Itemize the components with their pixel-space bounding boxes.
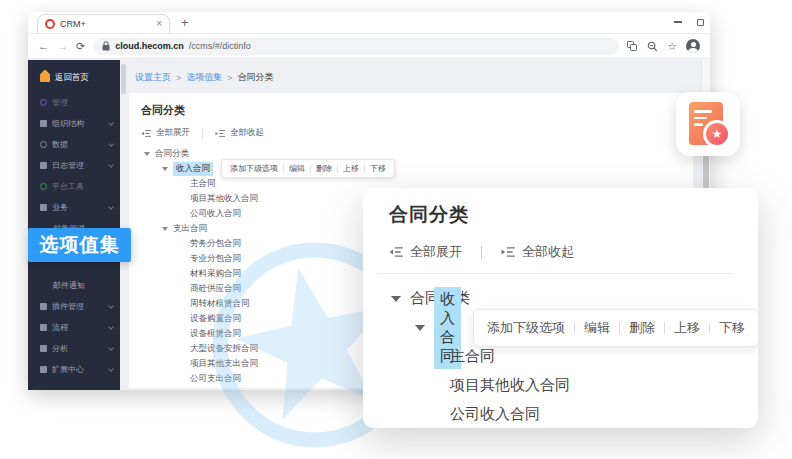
bookmark-star-icon[interactable]: ☆ [667,41,677,52]
tab-close-icon[interactable]: × [156,19,162,29]
url-field[interactable]: cloud.hecom.cn /ccms/#/dictinfo [93,38,619,55]
toolbar-divider [202,129,203,138]
action-edit[interactable]: 编辑 [584,319,610,337]
tab-bar: CRM+ × + [28,12,710,34]
sidebar-item-log-management[interactable]: 日志管理 [28,155,120,176]
sidebar-item-admin[interactable]: 管理 [28,92,120,113]
node-action-menu: 添加下级选项 编辑 删除 上移 下移 [473,309,758,347]
expand-all-icon [389,246,403,258]
tab-title: CRM+ [60,19,151,29]
extension-icon [40,366,47,373]
sidebar: 返回首页 管理 组织结构 数据 日志管理 [28,60,120,390]
sidebar-item-label: 平台工具 [52,181,84,192]
action-divider [337,165,338,173]
zoom-icon[interactable] [647,41,658,52]
panel-toolbar: 全部展开 全部收起 [389,243,758,261]
tree-node-label: 劳务分包合同 [190,238,241,250]
tree-node[interactable]: 公司收入合同 [389,400,758,428]
tree-toolbar: 全部展开 全部收起 [141,127,681,139]
caret-down-icon [144,152,150,156]
collapse-all-button[interactable]: 全部收起 [522,243,574,261]
sidebar-item-workflow[interactable]: 流程 [28,317,120,338]
tree-node-label: 设备租赁合同 [190,328,241,340]
tree-node-label: 支出合同 [173,223,207,235]
caret-down-icon [162,167,168,171]
sidebar-item-extension-center[interactable]: 扩展中心 [28,359,120,380]
zoom-callout-panel: 合同分类 全部展开 全部收起 合同分类 收入合同 添加下级选项 编辑 删除 上移 [363,188,758,428]
action-move-down[interactable]: 下移 [719,319,745,337]
sidebar-item-label: 日志管理 [52,160,84,171]
plugin-icon [40,303,47,310]
breadcrumb-dict-link[interactable]: 选项值集 [186,71,222,84]
sidebar-item-mail-notification[interactable]: 邮件通知 [28,275,120,296]
action-move-up[interactable]: 上移 [674,319,700,337]
reload-icon[interactable]: ⟳ [76,41,85,52]
action-delete[interactable]: 删除 [629,319,655,337]
action-add-child[interactable]: 添加下级选项 [230,163,278,174]
analysis-icon [40,345,47,352]
action-divider [664,322,665,334]
toolbar-divider [481,246,482,259]
address-bar: ← → ⟳ cloud.hecom.cn /ccms/#/dictinfo ☆ [28,34,710,59]
tree-node-label: 商砼供应合同 [190,283,241,295]
chevron-down-icon [108,303,114,309]
chevron-down-icon [108,141,114,147]
chevron-down-icon [108,345,114,351]
tree-node-selected[interactable]: 收入合同 添加下级选项 编辑 删除 上移 下移 [141,161,681,176]
sidebar-item-home[interactable]: 返回首页 [28,65,120,90]
action-move-up[interactable]: 上移 [343,163,359,174]
breadcrumb-home-link[interactable]: 设置主页 [135,71,171,84]
node-action-menu: 添加下级选项 编辑 删除 上移 下移 [221,159,395,178]
sidebar-item-org-structure[interactable]: 组织结构 [28,113,120,134]
back-icon[interactable]: ← [38,41,49,52]
sidebar-item-label: 邮件通知 [53,280,85,291]
action-delete[interactable]: 删除 [316,163,332,174]
org-structure-icon [40,120,47,127]
business-icon [40,204,47,211]
restore-icon[interactable] [697,19,704,26]
sidebar-item-label: 流程 [52,322,68,333]
action-move-down[interactable]: 下移 [370,163,386,174]
caret-down-icon [391,296,401,302]
tree-node-label: 专业分包合同 [190,253,241,265]
page-title: 合同分类 [141,103,681,118]
tree-node-label: 项目其他收入合同 [450,376,570,395]
breadcrumb-current: 合同分类 [238,71,274,84]
caret-down-icon [162,227,168,231]
tree-node-label: 合同分类 [155,148,189,160]
log-icon [40,162,47,169]
collapse-all-button[interactable]: 全部收起 [230,127,264,139]
chevron-down-icon [108,120,114,126]
sidebar-item-plugin-management[interactable]: 插件管理 [28,296,120,317]
tree-node-label: 公司收入合同 [450,405,540,424]
sidebar-item-data[interactable]: 数据 [28,134,120,155]
crm-favicon-icon [45,19,55,29]
tree-node-label: 材料采购合同 [190,268,241,280]
sidebar-item-business[interactable]: 业务 [28,197,120,218]
action-edit[interactable]: 编辑 [289,163,305,174]
minimize-icon[interactable] [674,21,682,23]
admin-icon [40,99,47,106]
action-add-child[interactable]: 添加下级选项 [487,319,565,337]
action-divider [619,322,620,334]
content-scrollbar-thumb[interactable] [121,64,126,94]
new-tab-button[interactable]: + [181,15,189,33]
translate-icon[interactable] [627,41,638,52]
action-divider [709,322,710,334]
expand-all-button[interactable]: 全部展开 [156,127,190,139]
sidebar-item-label: 数据 [52,139,68,150]
sidebar-item-analysis[interactable]: 分析 [28,338,120,359]
sidebar-item-platform-tools[interactable]: 平台工具 [28,176,120,197]
star-badge-icon: ★ [703,120,731,148]
home-icon [40,73,50,82]
tree-node-label: 主合同 [450,347,495,366]
tree-node[interactable]: 项目其他收入合同 [389,371,758,400]
browser-tab[interactable]: CRM+ × [37,14,170,33]
expand-all-button[interactable]: 全部展开 [410,243,462,261]
breadcrumb-separator: > [176,73,181,83]
workflow-icon [40,324,47,331]
forward-icon[interactable]: → [57,41,68,52]
profile-avatar[interactable] [686,39,700,53]
breadcrumb: 设置主页 > 选项值集 > 合同分类 [120,60,710,84]
tree-node-selected[interactable]: 收入合同 添加下级选项 编辑 删除 上移 下移 [389,313,758,342]
